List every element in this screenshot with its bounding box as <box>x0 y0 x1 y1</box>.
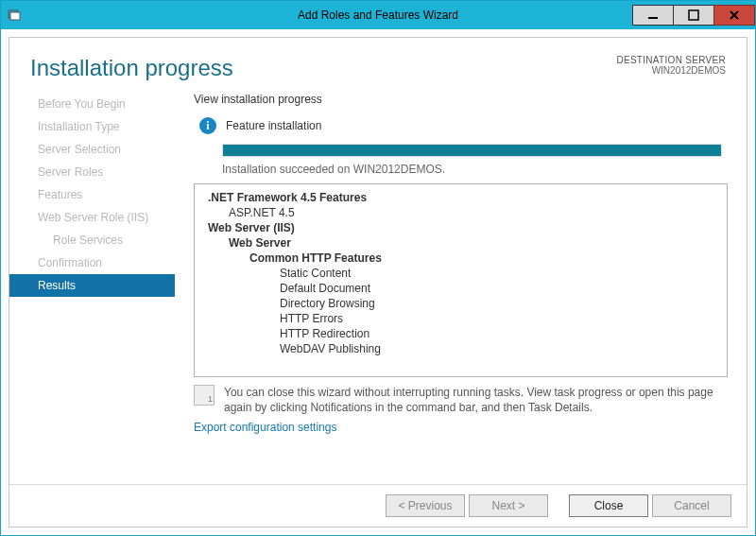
feature-item: Web Server <box>198 235 723 251</box>
destination-name: WIN2012DEMOS <box>616 65 726 76</box>
wizard-step-results[interactable]: Results <box>9 274 175 297</box>
view-progress-label: View installation progress <box>194 93 728 106</box>
close-button[interactable]: Close <box>569 494 648 517</box>
destination-label: DESTINATION SERVER <box>616 55 726 65</box>
wizard-body: Installation progress DESTINATION SERVER… <box>9 37 747 527</box>
features-tree[interactable]: .NET Framework 4.5 FeaturesASP.NET 4.5We… <box>194 183 728 377</box>
page-title: Installation progress <box>30 55 616 81</box>
previous-button: < Previous <box>386 494 465 517</box>
success-message: Installation succeeded on WIN2012DEMOS. <box>222 163 722 176</box>
feature-item: .NET Framework 4.5 Features <box>198 190 723 205</box>
window-controls <box>633 5 755 26</box>
progress-fill <box>223 145 721 156</box>
main-panel: View installation progress i Feature ins… <box>175 87 747 484</box>
feature-item: Web Server (IIS) <box>198 220 723 235</box>
info-icon: i <box>199 117 216 134</box>
feature-item: WebDAV Publishing <box>198 341 723 356</box>
wizard-step-confirmation: Confirmation <box>9 251 175 274</box>
status-text: Feature installation <box>226 119 321 132</box>
close-hint-text: You can close this wizard without interr… <box>224 385 728 415</box>
minimize-button[interactable] <box>632 5 674 26</box>
wizard-step-server-roles: Server Roles <box>9 161 175 183</box>
feature-item: Default Document <box>198 281 723 296</box>
wizard-step-server-selection: Server Selection <box>9 138 175 161</box>
maximize-button[interactable] <box>673 5 714 26</box>
destination-server-block: DESTINATION SERVER WIN2012DEMOS <box>616 55 726 76</box>
feature-item: HTTP Errors <box>198 311 723 326</box>
titlebar: Add Roles and Features Wizard <box>1 1 755 29</box>
wizard-step-features: Features <box>9 183 175 206</box>
wizard-step-role-services: Role Services <box>9 229 175 251</box>
export-config-link[interactable]: Export configuration settings <box>194 421 728 434</box>
feature-item: Static Content <box>198 266 723 281</box>
wizard-step-web-server-role-iis-: Web Server Role (IIS) <box>9 206 175 229</box>
footer-buttons: < Previous Next > Close Cancel <box>9 484 747 527</box>
wizard-step-before-you-begin: Before You Begin <box>9 93 175 115</box>
progress-bar <box>222 144 722 157</box>
wizard-steps-sidebar: Before You BeginInstallation TypeServer … <box>9 87 175 484</box>
next-button: Next > <box>469 494 548 517</box>
feature-item: HTTP Redirection <box>198 326 723 341</box>
cancel-button: Cancel <box>652 494 731 517</box>
app-icon <box>7 8 22 23</box>
feature-item: Directory Browsing <box>198 296 723 311</box>
feature-item: ASP.NET 4.5 <box>198 205 723 220</box>
flag-icon: 1 <box>194 385 215 406</box>
svg-rect-2 <box>648 17 658 19</box>
window-close-button[interactable] <box>713 5 755 26</box>
wizard-step-installation-type: Installation Type <box>9 115 175 138</box>
svg-rect-3 <box>689 10 698 20</box>
svg-rect-1 <box>10 12 20 20</box>
feature-item: Common HTTP Features <box>198 251 723 266</box>
wizard-window: Add Roles and Features Wizard Installati… <box>0 0 756 536</box>
